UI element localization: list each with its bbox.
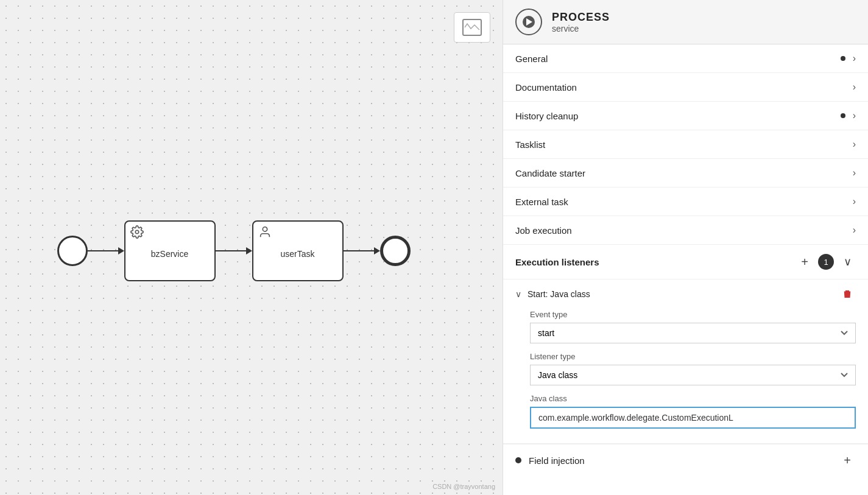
field-injection-row[interactable]: Field injection + — [503, 444, 868, 476]
execution-listeners-label: Execution listeners — [515, 257, 796, 267]
listener-title: Start: Java class — [528, 289, 839, 299]
minimap-icon — [462, 19, 482, 36]
listener-item-0: ∨ Start: Java class Event type start end… — [503, 279, 868, 444]
java-class-group: Java class — [515, 394, 856, 429]
service-task-bzservice[interactable]: bzService — [124, 220, 216, 281]
listener-count-badge: 1 — [818, 254, 834, 270]
chevron-right-tasklist: › — [853, 139, 856, 150]
collapse-listeners-button[interactable]: ∨ — [839, 253, 856, 270]
user-task-label: userTask — [280, 249, 314, 259]
sequence-flow-1 — [88, 247, 124, 255]
panel-sections: General › Documentation › History cleanu… — [503, 44, 868, 495]
header-process-label: PROCESS — [552, 11, 610, 24]
delete-listener-button[interactable] — [839, 286, 856, 303]
event-type-select[interactable]: start end take — [530, 323, 856, 343]
section-candidate-starter[interactable]: Candidate starter › — [503, 159, 868, 188]
service-task-label: bzService — [151, 249, 188, 259]
sequence-flow-2 — [216, 247, 252, 255]
section-history-cleanup[interactable]: History cleanup › — [503, 102, 868, 130]
listener-type-label: Listener type — [530, 352, 856, 361]
execution-listeners-header: Execution listeners + 1 ∨ — [503, 245, 868, 279]
section-job-execution[interactable]: Job execution › — [503, 216, 868, 245]
section-general[interactable]: General › — [503, 44, 868, 73]
listener-chevron-icon[interactable]: ∨ — [515, 289, 521, 299]
section-documentation[interactable]: Documentation › — [503, 73, 868, 102]
field-injection-label: Field injection — [529, 455, 839, 466]
section-history-dot — [841, 113, 845, 118]
user-task-usertask[interactable]: userTask — [252, 220, 344, 281]
header-service-label: service — [552, 24, 610, 33]
chevron-right-general: › — [853, 53, 856, 64]
section-candidate-starter-label: Candidate starter — [515, 168, 853, 178]
add-field-injection-button[interactable]: + — [839, 452, 856, 469]
sequence-flow-3 — [344, 247, 380, 255]
process-play-icon — [523, 16, 535, 28]
add-listener-button[interactable]: + — [796, 253, 813, 270]
watermark: CSDN @trayvontang — [432, 483, 495, 490]
event-type-label: Event type — [530, 310, 856, 319]
section-history-cleanup-label: History cleanup — [515, 111, 841, 121]
chevron-right-job: › — [853, 225, 856, 236]
event-type-group: Event type start end take — [515, 310, 856, 343]
listener-header-row: ∨ Start: Java class — [515, 286, 856, 303]
listener-type-group: Listener type Java class Expression Dele… — [515, 352, 856, 385]
panel-header: PROCESS service — [503, 0, 868, 44]
section-tasklist-label: Tasklist — [515, 139, 853, 150]
chevron-right-history: › — [853, 110, 856, 121]
svg-point-1 — [135, 230, 139, 234]
java-class-label: Java class — [530, 394, 856, 403]
gear-icon — [130, 225, 144, 242]
header-text: PROCESS service — [552, 11, 610, 33]
section-general-label: General — [515, 54, 841, 64]
section-documentation-label: Documentation — [515, 82, 853, 93]
start-event[interactable] — [57, 236, 88, 266]
field-injection-dot — [515, 457, 521, 463]
listener-type-select[interactable]: Java class Expression Delegate expressio… — [530, 365, 856, 385]
section-job-execution-label: Job execution — [515, 225, 853, 236]
section-external-task-label: External task — [515, 197, 853, 207]
section-tasklist[interactable]: Tasklist › — [503, 130, 868, 159]
java-class-input[interactable] — [530, 407, 856, 429]
minimap-button[interactable] — [454, 12, 490, 43]
bpmn-diagram: bzService userTask — [57, 220, 411, 281]
svg-point-2 — [263, 226, 267, 231]
bpmn-canvas[interactable]: bzService userTask — [0, 0, 503, 495]
chevron-right-candidate: › — [853, 167, 856, 178]
user-icon — [258, 225, 272, 242]
section-general-dot — [841, 56, 845, 61]
section-external-task[interactable]: External task › — [503, 188, 868, 216]
properties-panel: PROCESS service General › Documentation … — [503, 0, 868, 495]
chevron-right-external: › — [853, 196, 856, 207]
play-triangle — [526, 18, 532, 26]
chevron-right-documentation: › — [853, 82, 856, 93]
end-event[interactable] — [380, 236, 411, 266]
process-icon-wrapper — [515, 9, 542, 35]
